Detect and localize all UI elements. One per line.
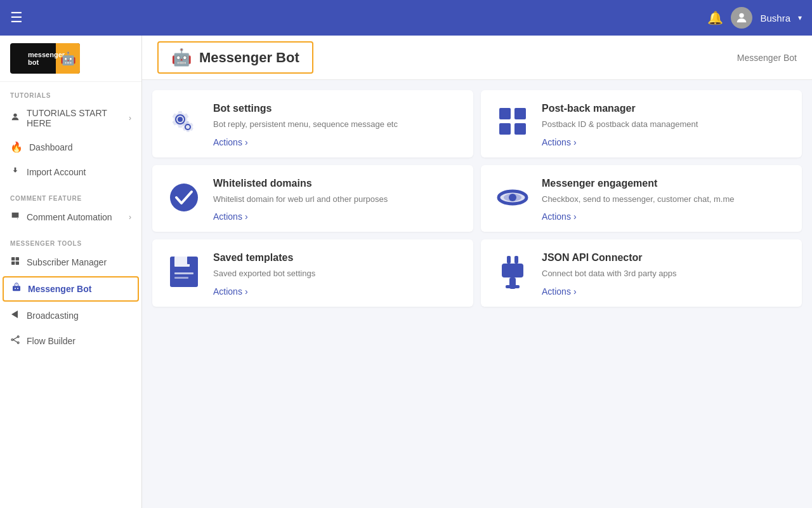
sidebar-item-label-import: Import Account: [27, 167, 86, 177]
engagement-body: Messenger engagement Checkbox, send to m…: [542, 178, 789, 222]
sidebar-item-subscriber-manager[interactable]: Subscriber Manager: [0, 250, 141, 275]
svg-rect-32: [502, 264, 523, 277]
svg-point-8: [17, 288, 18, 289]
whitelist-icon: [165, 178, 203, 215]
user-chevron-icon[interactable]: ▾: [798, 13, 802, 22]
svg-rect-4: [16, 257, 19, 260]
svg-point-11: [17, 336, 19, 338]
svg-point-7: [15, 288, 16, 289]
engagement-actions[interactable]: Actions ›: [542, 211, 789, 222]
sidebar-item-label-comment: Comment Automation: [27, 212, 112, 222]
user-name-label: Bushra: [760, 13, 790, 23]
sidebar-item-label-messenger-bot: Messenger Bot: [28, 284, 91, 294]
logo-bot-icon: 🤖: [60, 51, 76, 66]
bot-settings-body: Bot settings Bot reply, persistent menu,…: [213, 103, 461, 147]
page-header: 🤖 Messenger Bot Messenger Bot: [142, 36, 812, 80]
svg-rect-31: [514, 256, 518, 264]
card-bot-settings: Bot settings Bot reply, persistent menu,…: [152, 90, 473, 157]
sidebar-item-flow-builder[interactable]: Flow Builder: [0, 328, 141, 354]
svg-rect-18: [499, 123, 511, 135]
sidebar-item-label-tutorials: TUTORIALS STARTHERE: [27, 108, 107, 128]
section-label-comment: COMMENT FEATURE: [0, 185, 141, 204]
svg-rect-19: [514, 123, 526, 135]
bot-settings-title: Bot settings: [213, 103, 461, 114]
svg-rect-34: [506, 285, 520, 288]
page-title: Messenger Bot: [199, 50, 299, 66]
section-label-messenger-tools: MESSENGER TOOLS: [0, 230, 141, 250]
saved-templates-icon: [165, 252, 203, 289]
chevron-icon: ›: [129, 114, 131, 123]
user-avatar: [731, 7, 752, 29]
comment-icon: [10, 211, 20, 224]
sidebar-item-label-flow-builder: Flow Builder: [27, 336, 75, 346]
sidebar-item-broadcasting[interactable]: Broadcasting: [0, 303, 141, 328]
svg-point-1: [13, 114, 16, 117]
page-header-title-area: 🤖 Messenger Bot: [157, 41, 313, 74]
card-postback-manager: Post-back manager Postback ID & postback…: [481, 90, 802, 157]
tutorials-icon: [10, 112, 20, 124]
postback-body: Post-back manager Postback ID & postback…: [542, 103, 789, 147]
svg-line-14: [13, 340, 18, 342]
card-messenger-engagement: Messenger engagement Checkbox, send to m…: [481, 165, 802, 232]
postback-title: Post-back manager: [542, 103, 789, 114]
svg-point-0: [740, 13, 744, 18]
whitelist-desc: Whitelist domain for web url and other p…: [213, 193, 461, 206]
sidebar-item-dashboard[interactable]: 🔥 Dashboard: [0, 135, 141, 159]
json-api-actions[interactable]: Actions ›: [542, 286, 789, 297]
svg-rect-28: [174, 272, 193, 274]
flow-builder-icon: [10, 335, 20, 347]
sidebar-item-messenger-bot[interactable]: Messenger Bot: [3, 276, 139, 302]
postback-actions[interactable]: Actions ›: [542, 137, 789, 147]
json-api-desc: Connect bot data with 3rd party apps: [542, 267, 789, 280]
saved-templates-body: Saved templates Saved exported bot setti…: [213, 252, 461, 297]
engagement-desc: Checkbox, send to messenger, customer ch…: [542, 193, 789, 206]
svg-rect-16: [499, 108, 511, 119]
saved-templates-title: Saved templates: [213, 252, 461, 264]
json-api-icon: [494, 252, 532, 290]
svg-point-20: [170, 184, 198, 211]
svg-point-24: [509, 194, 516, 201]
section-label-tutorials: TUTORIALS: [0, 82, 141, 102]
card-saved-templates: Saved templates Saved exported bot setti…: [152, 239, 473, 307]
messenger-bot-icon: [11, 283, 22, 295]
hamburger-icon[interactable]: ☰: [10, 10, 23, 26]
saved-templates-actions[interactable]: Actions ›: [213, 286, 461, 297]
svg-rect-2: [11, 257, 15, 260]
bot-settings-actions[interactable]: Actions ›: [213, 137, 461, 147]
main-content: 🤖 Messenger Bot Messenger Bot: [142, 36, 812, 508]
svg-rect-27: [187, 257, 191, 264]
svg-point-10: [11, 339, 13, 341]
navbar: ☰ 🔔 Bushra ▾: [0, 0, 812, 36]
json-api-body: JSON API Connector Connect bot data with…: [542, 252, 789, 297]
sidebar-item-label-subscriber: Subscriber Manager: [27, 257, 107, 267]
svg-rect-30: [507, 256, 511, 264]
cards-grid: Bot settings Bot reply, persistent menu,…: [142, 80, 812, 317]
subscriber-icon: [10, 256, 20, 269]
json-api-title: JSON API Connector: [542, 252, 789, 264]
sidebar-item-tutorials-start[interactable]: TUTORIALS STARTHERE ›: [0, 102, 141, 135]
svg-rect-29: [174, 277, 188, 279]
bell-icon[interactable]: 🔔: [707, 10, 723, 25]
bot-settings-icon: [165, 103, 203, 141]
bot-settings-desc: Bot reply, persistent menu, sequence mes…: [213, 118, 461, 131]
card-json-api: JSON API Connector Connect bot data with…: [481, 239, 802, 307]
engagement-icon: [494, 178, 532, 215]
dashboard-icon: 🔥: [10, 141, 23, 153]
sidebar-item-comment-automation[interactable]: Comment Automation ›: [0, 204, 141, 230]
svg-rect-17: [514, 108, 526, 119]
page-header-bot-icon: 🤖: [171, 48, 192, 67]
svg-rect-3: [11, 262, 15, 265]
import-icon: [10, 166, 20, 178]
saved-templates-desc: Saved exported bot settings: [213, 267, 461, 280]
whitelist-body: Whitelisted domains Whitelist domain for…: [213, 178, 461, 222]
whitelist-actions[interactable]: Actions ›: [213, 211, 461, 222]
navbar-left: ☰: [10, 10, 23, 26]
sidebar-logo: messengerbot 🤖: [0, 36, 141, 82]
svg-point-12: [17, 342, 19, 344]
svg-line-13: [13, 337, 18, 340]
breadcrumb: Messenger Bot: [737, 53, 797, 63]
card-whitelisted-domains: Whitelisted domains Whitelist domain for…: [152, 165, 473, 232]
sidebar-item-import-account[interactable]: Import Account: [0, 159, 141, 185]
logo-text: messengerbot: [25, 51, 65, 66]
svg-rect-6: [13, 286, 20, 291]
